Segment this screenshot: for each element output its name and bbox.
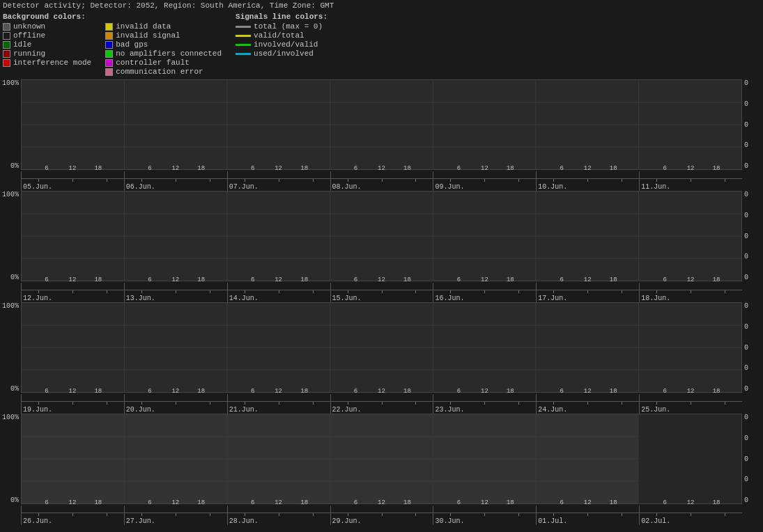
legend-item-idle: idle [3, 40, 91, 49]
chart4-x-axis: 26.Jun. 27.Jun. 28.Jun. 29.Jun. 30.Jun. … [21, 506, 742, 525]
chart-row-3: 100% 0% 0 0 0 0 0 [0, 302, 763, 414]
ctrl-fault-color-box [105, 59, 113, 67]
total-label: total (max = 0) [254, 22, 323, 31]
chart2-date-4: 16.Jun. [433, 283, 536, 302]
legend-section: Background colors: unknown offline idle … [0, 11, 763, 79]
chart3-x-axis: 19.Jun. 20.Jun. 21.Jun. 22.Jun. 23.Jun. … [21, 394, 742, 414]
used-involved-label: used/involved [254, 49, 314, 58]
involved-valid-label: involved/valid [254, 40, 318, 49]
legend-item-invalid-data: invalid data [105, 22, 222, 31]
idle-label: idle [13, 40, 31, 49]
chart1-date-1: 06.Jun. [124, 171, 227, 191]
chart4-date-5: 01.Jul. [536, 506, 639, 525]
legend-item-no-amp: no amplifiers connected [105, 49, 222, 58]
chart4-date-3: 29.Jun. [330, 506, 433, 525]
sig-legend-col: Signals line colors: total (max = 0) val… [236, 13, 327, 77]
comm-error-label: communication error [116, 68, 203, 76]
no-amp-label: no amplifiers connected [116, 49, 222, 58]
bad-gps-color-box [105, 41, 113, 49]
chart1-y-bottom-right: 0 [744, 162, 748, 170]
chart2-y-bottom-left: 0% [10, 274, 19, 281]
chart1-y-mid3-right: 0 [744, 141, 748, 149]
chart4-right-axis: 0 0 0 0 0 [742, 414, 763, 504]
legend-item-ctrl-fault: controller fault [105, 58, 222, 67]
chart3-date-5: 24.Jun. [536, 394, 639, 414]
chart2-date-6: 18.Jun. [639, 283, 742, 302]
offline-label: offline [13, 31, 45, 40]
chart1-date-5: 10.Jun. [536, 171, 639, 191]
comm-error-color-box [105, 68, 113, 76]
bg-legend-col: Background colors: unknown offline idle … [3, 13, 91, 77]
legend-item-comm-error: communication error [105, 68, 222, 76]
unknown-color-box [3, 23, 10, 31]
svg-rect-99 [638, 414, 741, 503]
chart-row-2: 100% 0% 0 0 0 0 0 [0, 191, 763, 302]
legend-item-invalid-signal: invalid signal [105, 31, 222, 40]
chart3-date-6: 25.Jun. [639, 394, 742, 414]
legend-item-interference: interference mode [3, 58, 91, 67]
bad-gps-label: bad gps [116, 40, 148, 49]
no-amp-color-box [105, 50, 113, 58]
chart1-y-bottom-left: 0% [10, 162, 19, 170]
chart1-y-top-left: 100% [2, 79, 19, 87]
legend-item-total: total (max = 0) [236, 22, 327, 31]
chart1-svg [22, 80, 741, 169]
legend-item-bad-gps: bad gps [105, 40, 222, 49]
chart2-inner [21, 191, 742, 281]
chart3-date-0: 19.Jun. [21, 394, 124, 414]
valid-total-label: valid/total [254, 31, 305, 40]
chart4-date-0: 26.Jun. [21, 506, 124, 525]
chart2-date-5: 17.Jun. [536, 283, 639, 302]
chart2-left-axis: 100% 0% [0, 191, 21, 281]
chart2-right-axis: 0 0 0 0 0 [742, 191, 763, 281]
invalid-signal-label: invalid signal [116, 31, 180, 40]
unknown-label: unknown [13, 22, 45, 31]
chart1-x-axis: 05.Jun. 06.Jun. 07.Jun. [21, 171, 742, 191]
chart2-date-0: 12.Jun. [21, 283, 124, 302]
chart4-left-axis: 100% 0% [0, 414, 21, 504]
chart-row-1: 100% 0% 0 0 0 0 0 [0, 79, 763, 191]
chart3-svg [22, 303, 741, 392]
chart1-date-4: 09.Jun. [433, 171, 536, 191]
mid-legend-spacer [105, 13, 222, 21]
invalid-signal-color-box [105, 32, 113, 40]
bg-legend-title: Background colors: [3, 13, 91, 21]
mid-legend-col: invalid data invalid signal bad gps no a… [105, 13, 222, 77]
chart3-inner [21, 302, 742, 393]
idle-color-box [3, 41, 10, 49]
chart1-date-2: 07.Jun. [227, 171, 330, 191]
chart1-left-axis: 100% 0% [0, 79, 21, 170]
chart2-date-2: 14.Jun. [227, 283, 330, 302]
chart2-date-3: 15.Jun. [330, 283, 433, 302]
chart1-date-3: 08.Jun. [330, 171, 433, 191]
chart1-y-mid2-right: 0 [744, 121, 748, 129]
charts-container: 100% 0% 0 0 0 0 0 [0, 79, 763, 525]
chart3-date-2: 21.Jun. [227, 394, 330, 414]
chart4-date-6: 02.Jul. [639, 506, 742, 525]
chart-row-4: 100% 0% 0 0 0 0 0 [0, 414, 763, 525]
chart1-date-0: 05.Jun. [21, 171, 124, 191]
chart2-x-axis: 12.Jun. 13.Jun. 14.Jun. 15.Jun. [21, 283, 742, 302]
chart2-date-1: 13.Jun. [124, 283, 227, 302]
legend-item-used-involved: used/involved [236, 49, 327, 58]
chart2-y-top-left: 100% [2, 191, 19, 198]
valid-total-line [236, 35, 251, 37]
legend-item-involved-valid: involved/valid [236, 40, 327, 49]
title-text: Detector activity; Detector: 2052, Regio… [3, 1, 334, 10]
chart2-svg [22, 191, 741, 281]
chart4-date-1: 27.Jun. [124, 506, 227, 525]
chart4-inner [21, 414, 742, 504]
offline-color-box [3, 32, 10, 40]
chart3-left-axis: 100% 0% [0, 302, 21, 393]
legend-item-offline: offline [3, 31, 91, 40]
invalid-data-color-box [105, 23, 113, 31]
legend-item-unknown: unknown [3, 22, 91, 31]
chart1-right-axis: 0 0 0 0 0 [742, 79, 763, 170]
header-title: Detector activity; Detector: 2052, Regio… [0, 0, 763, 11]
legend-item-running: running [3, 49, 91, 58]
interference-label: interference mode [13, 58, 91, 67]
invalid-data-label: invalid data [116, 22, 171, 31]
total-line [236, 26, 251, 28]
involved-valid-line [236, 44, 251, 46]
chart4-date-2: 28.Jun. [227, 506, 330, 525]
